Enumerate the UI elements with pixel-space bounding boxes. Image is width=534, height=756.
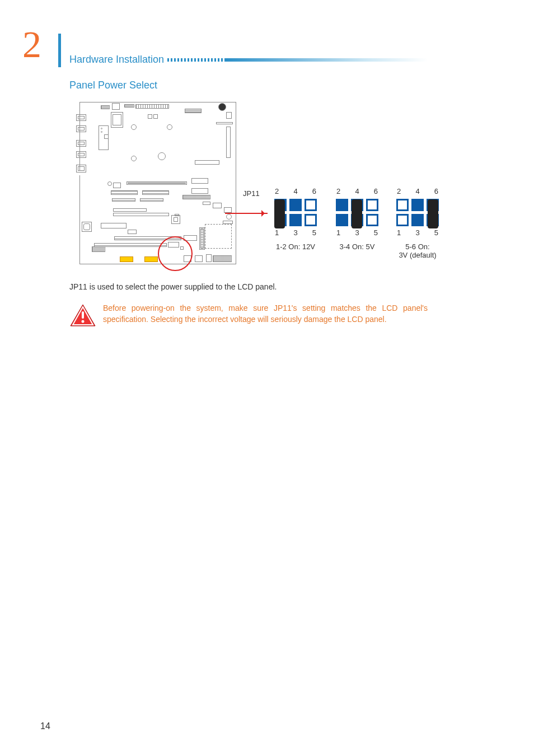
pin-num: 2	[275, 187, 279, 195]
pin-num: 2	[397, 187, 401, 195]
pin-num: 3	[293, 228, 297, 237]
chapter-accent-bar	[58, 34, 61, 67]
pin-num: 5	[374, 228, 378, 237]
pin-num: 6	[312, 187, 316, 195]
body-paragraph: JP11 is used to select the power supplie…	[69, 282, 428, 291]
jumper-caption: 1-2 On: 12V	[268, 242, 324, 251]
pin-num: 2	[336, 187, 340, 195]
warning-callout: Before powering-on the system, make sure…	[69, 302, 428, 327]
chapter-number: 2	[22, 22, 41, 67]
pin-num: 3	[415, 228, 419, 237]
jumper-cap-icon	[428, 199, 438, 228]
header-rule-dashes	[167, 58, 223, 62]
pin-num: 1	[275, 228, 279, 237]
svg-rect-0	[82, 311, 84, 319]
callout-arrow	[225, 213, 268, 214]
highlight-circle	[158, 236, 193, 271]
jumper-cap-icon	[274, 199, 285, 228]
pin-num: 4	[293, 187, 297, 195]
jumper-setting-3v-default: 2 4 6 1 3 5 5-6 On: 3V (default)	[390, 187, 446, 259]
jumper-setting-12v: 2 4 6 1 3 5 1-2 On: 12V	[268, 187, 324, 251]
jumper-label: JP11	[243, 189, 260, 198]
jumper-cap-icon	[352, 199, 362, 228]
pin-num: 5	[434, 228, 438, 237]
pin-num: 3	[355, 228, 359, 237]
pin-num: 6	[374, 187, 378, 195]
chapter-header-row: Hardware Installation	[69, 54, 428, 66]
motherboard-diagram	[79, 102, 236, 264]
chapter-title: Hardware Installation	[69, 54, 164, 66]
page-number: 14	[40, 721, 50, 731]
pin-num: 4	[415, 187, 419, 195]
section-title: Panel Power Select	[69, 80, 157, 91]
jumper-setting-5v: 2 4 6 1 3 5 3-4 On: 5V	[329, 187, 385, 251]
warning-text: Before powering-on the system, make sure…	[103, 302, 428, 325]
svg-point-1	[82, 320, 85, 323]
pin-num: 1	[336, 228, 340, 237]
pin-num: 5	[312, 228, 316, 237]
header-rule-gradient	[224, 58, 428, 62]
jumper-caption: 3-4 On: 5V	[329, 242, 385, 251]
warning-icon	[69, 304, 96, 327]
pin-num: 6	[434, 187, 438, 195]
pin-num: 1	[397, 228, 401, 237]
pin-num: 4	[355, 187, 359, 195]
jumper-caption: 5-6 On: 3V (default)	[390, 242, 446, 259]
